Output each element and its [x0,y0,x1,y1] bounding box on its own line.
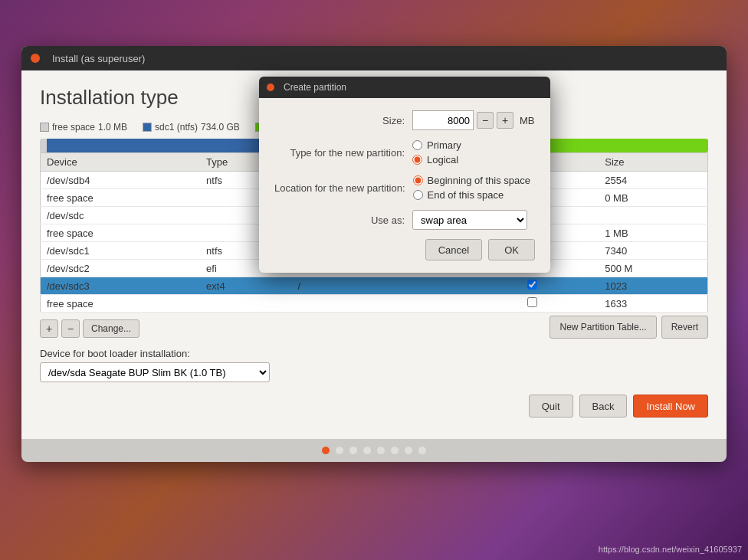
row-size: 500 M [599,260,707,277]
legend-free: free space 1.0 MB [40,122,127,133]
main-window: Install (as superuser) Installation type… [21,46,727,462]
title-bar: Install (as superuser) [21,46,727,70]
row-mount [291,295,465,313]
dialog-useas-label: Use as: [274,215,412,226]
row-device: /dev/sdc1 [41,242,201,260]
progress-dot-2 [336,447,343,454]
legend-free-label: free space [52,122,95,133]
row-format[interactable] [465,277,599,295]
boot-loader-select[interactable]: /dev/sda Seagate BUP Slim BK (1.0 TB) [40,362,270,382]
progress-dots [21,439,727,462]
dialog-buttons: Cancel OK [274,239,535,260]
change-partition-button[interactable]: Change... [83,319,139,338]
install-now-button[interactable]: Install Now [633,395,708,418]
location-beginning-option[interactable]: Beginning of this space [413,175,530,186]
row-device: free space [41,295,201,313]
dialog-title: Create partition [284,82,346,93]
location-beginning-radio[interactable] [413,175,423,185]
type-primary-radio[interactable] [412,140,422,150]
dialog-size-row: Size: − + MB [274,110,535,130]
row-size: 0 MB [599,189,707,207]
table-row[interactable]: /dev/sdc3 ext4 / 1023 [41,277,708,295]
dialog-cancel-button[interactable]: Cancel [425,239,482,260]
location-beginning-label: Beginning of this space [428,175,530,186]
watermark: https://blog.csdn.net/weixin_41605937 [599,545,742,554]
col-device: Device [41,153,201,172]
progress-dot-5 [377,447,385,454]
revert-button[interactable]: Revert [661,316,708,339]
table-right-buttons: New Partition Table... Revert [550,316,708,339]
size-input[interactable] [412,110,474,130]
row-size: 1 MB [599,224,707,242]
dialog-title-bar: Create partition [259,77,550,98]
location-end-option[interactable]: End of this space [413,189,530,201]
legend-ntfs-icon [143,123,152,132]
size-increment-button[interactable]: + [497,112,513,129]
dialog-type-label: Type for the new partition: [274,147,412,159]
table-controls: + − Change... [40,319,139,338]
remove-partition-button[interactable]: − [61,319,80,338]
row-size: 2554 [599,172,707,189]
use-as-select[interactable]: swap area ext4 ext3 ext2 fat32 ntfs Do n… [412,210,527,230]
disk-segment-ext4 [534,139,708,152]
row-device: /dev/sdc3 [41,277,201,295]
type-logical-radio[interactable] [412,155,422,165]
dialog-useas-row: Use as: swap area ext4 ext3 ext2 fat32 n… [274,210,535,230]
type-logical-label: Logical [427,154,458,165]
row-size: 7340 [599,242,707,260]
dialog-content: Size: − + MB Type for the new partition:… [259,98,550,273]
disk-segment-free [40,139,47,152]
type-logical-option[interactable]: Logical [412,154,461,165]
dialog-ok-button[interactable]: OK [488,239,535,260]
nav-buttons: Quit Back Install Now [40,395,708,424]
progress-dot-7 [405,447,412,454]
progress-dot-8 [418,447,426,454]
type-primary-option[interactable]: Primary [412,139,461,151]
legend-free-size: 1.0 MB [98,122,127,133]
row-format[interactable] [465,295,599,313]
location-end-radio[interactable] [413,190,423,200]
back-button[interactable]: Back [579,395,628,418]
row-device: free space [41,189,201,207]
table-bottom-bar: + − Change... New Partition Table... Rev… [40,316,708,339]
row-device: /dev/sdb4 [41,172,201,189]
type-primary-label: Primary [427,139,461,151]
row-size: 1633 [599,295,707,313]
progress-dot-3 [349,447,357,454]
boot-loader-label: Device for boot loader installation: [40,348,708,359]
size-input-group: − + MB [412,110,535,130]
row-type: ext4 [200,277,291,295]
size-decrement-button[interactable]: − [477,112,494,129]
table-row[interactable]: free space 1633 [41,295,708,313]
window-close-icon[interactable] [31,54,40,63]
dialog-size-label: Size: [274,115,412,126]
legend-ntfs-label: sdc1 (ntfs) [155,122,198,133]
dialog-location-label: Location for the new partition: [274,182,413,194]
progress-dot-4 [363,447,371,454]
window-title: Install (as superuser) [52,53,145,64]
legend-ntfs-size: 734.0 GB [201,122,240,133]
partition-location-group: Beginning of this space End of this spac… [413,175,530,201]
dialog-close-icon[interactable] [267,84,274,91]
progress-dot-6 [391,447,399,454]
row-device: /dev/sdc2 [41,260,201,277]
quit-button[interactable]: Quit [529,395,573,418]
partition-type-group: Primary Logical [412,139,461,165]
row-type [200,295,291,313]
location-end-label: End of this space [428,189,504,201]
new-partition-table-button[interactable]: New Partition Table... [550,316,656,339]
col-size: Size [599,153,707,172]
add-partition-button[interactable]: + [40,319,58,338]
size-unit: MB [520,115,535,126]
row-size [599,207,707,224]
dialog-type-row: Type for the new partition: Primary Logi… [274,139,535,165]
row-device: /dev/sdc [41,207,201,224]
legend-ntfs: sdc1 (ntfs) 734.0 GB [143,122,240,133]
progress-dot-1 [322,447,330,454]
create-partition-dialog: Create partition Size: − + MB Type for t… [259,77,550,273]
dialog-location-row: Location for the new partition: Beginnin… [274,175,535,201]
row-mount: / [291,277,465,295]
row-size: 1023 [599,277,707,295]
row-device: free space [41,224,201,242]
legend-free-icon [40,123,49,132]
